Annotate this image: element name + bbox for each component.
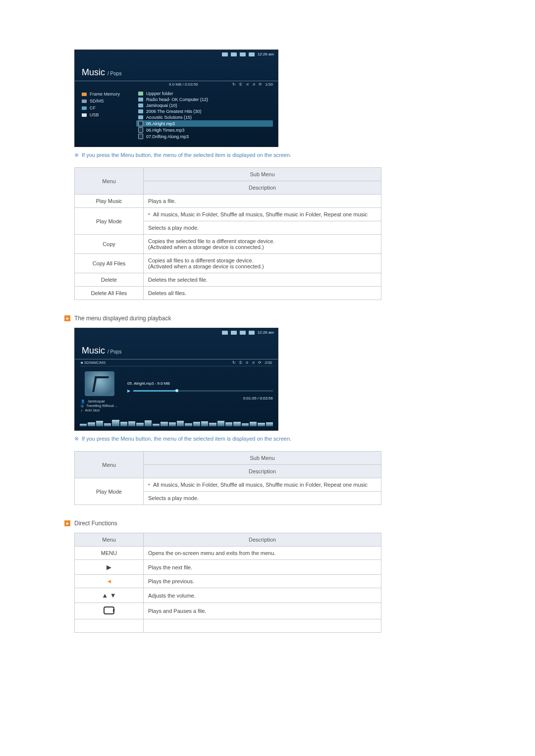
submenu-cell: •All musics, Music in Folder, Shuffle al… xyxy=(144,208,381,221)
info-bar: 9.0 MB / 0:03:56 ↻ ① ⤮ ⤮ ⟳ 1/30 xyxy=(75,81,278,88)
table-row: Play Music Plays a file. xyxy=(75,195,381,208)
track-metadata: 👤Jamiroquai ◎Travelling Without ... ♪Aci… xyxy=(80,399,119,412)
empty-cell xyxy=(144,619,381,633)
nav-label: SD/MS xyxy=(90,99,104,103)
device-screenshot-playback: 12:26 am Music / Pops ■ SD/MMC/MS ↻ ① ⤮ … xyxy=(74,328,278,431)
table-row: Copy All Files Copies all files to a dif… xyxy=(75,254,381,273)
list-item-upper-folder[interactable]: Uppper folder xyxy=(136,91,273,97)
list-item-folder[interactable]: Radio head- OK Computer (12) xyxy=(136,97,273,102)
playback-panel: 05. Alright.mp3 - 9.0 MB ▶ 0:01:05 / 0:0… xyxy=(127,371,273,401)
status-icon xyxy=(249,52,255,56)
list-item-track[interactable]: 06.High Times.mp3 xyxy=(136,127,273,133)
seek-handle[interactable] xyxy=(175,389,178,392)
table-row: Play Mode •All musics, Music in Folder, … xyxy=(75,478,381,492)
menu-cell: Play Mode xyxy=(75,478,144,505)
menu-cell: Play Music xyxy=(75,195,144,208)
direct-functions-table: Menu Description MENU Opens the on-scree… xyxy=(74,533,381,633)
desc-cell: Deletes all files. xyxy=(144,287,381,300)
file-info: 9.0 MB / 0:03:56 xyxy=(169,82,198,87)
list-item-folder[interactable]: Acoustic Solutions (15) xyxy=(136,114,273,120)
track-counter: 1/30 xyxy=(265,82,273,87)
desc-cell: Plays a file. xyxy=(144,195,381,208)
menu-cell: Delete xyxy=(75,273,144,287)
artist-icon: 👤 xyxy=(81,399,85,403)
col-description: Description xyxy=(144,533,381,547)
nav-item-cf[interactable]: CF xyxy=(82,104,136,111)
list-item-folder[interactable]: Jamiroquai (10) xyxy=(136,102,273,108)
album-icon: ◎ xyxy=(81,403,84,408)
list-label: 2006 The Greatest Hits (30) xyxy=(146,109,201,114)
list-item-folder[interactable]: 2006 The Greatest Hits (30) xyxy=(136,108,273,114)
equalizer-visualizer xyxy=(80,418,273,426)
usb-icon xyxy=(82,113,87,117)
bullet-icon: • xyxy=(148,211,153,217)
submenu-text: All musics, Music in Folder, Shuffle all… xyxy=(153,211,368,217)
status-time: 12:26 am xyxy=(258,330,274,335)
col-menu: Menu xyxy=(75,452,144,478)
play-pause-loop-icon xyxy=(75,603,144,619)
status-bar: 12:26 am xyxy=(75,50,278,57)
meta-album: Travelling Without ... xyxy=(86,403,118,408)
menu-table-playback: Menu Sub Menu Description Play Mode •All… xyxy=(74,451,381,505)
list-label: Uppper folder xyxy=(146,91,173,96)
next-icon: ▶ xyxy=(75,560,144,575)
source-label: SD/MMC/MS xyxy=(84,360,106,365)
playmode-icons: ↻ ① ⤮ ⤮ ⟳ 1/30 xyxy=(230,82,273,87)
folder-icon xyxy=(138,103,143,107)
status-time: 12:26 am xyxy=(258,52,274,56)
nav-item-usb[interactable]: USB xyxy=(82,111,136,118)
repeat-icon: ↻ xyxy=(232,82,236,87)
empty-cell xyxy=(75,619,144,633)
table-row: Copy Copies the selected file to a diffe… xyxy=(75,235,381,254)
col-submenu: Sub Menu xyxy=(144,168,381,181)
desc-cell: Selects a play mode. xyxy=(144,221,381,235)
table-row xyxy=(75,619,381,633)
list-item-track[interactable]: 07.Drifting Along.mp3 xyxy=(136,133,273,140)
shuffle-icon: ⤮ xyxy=(252,82,256,87)
file-list: Uppper folder Radio head- OK Computer (1… xyxy=(136,91,273,140)
status-icon xyxy=(240,331,246,335)
table-row: Delete Deletes the selected file. xyxy=(75,273,381,287)
loop-icon: ⟳ xyxy=(258,360,262,365)
device-screenshot-browser: 12:26 am Music / Pops 9.0 MB / 0:03:56 ↻… xyxy=(74,50,278,147)
col-description: Description xyxy=(144,181,381,195)
desc-cell: Plays the next file. xyxy=(144,560,381,575)
table-row: ▶ Plays the next file. xyxy=(75,560,381,575)
col-menu: Menu xyxy=(75,168,144,195)
table-row: MENU Opens the on-screen menu and exits … xyxy=(75,547,381,560)
col-menu: Menu xyxy=(75,533,144,547)
hint-text: If you press the Menu button, the menu o… xyxy=(82,152,291,158)
meta-artist: Jamiroquai xyxy=(88,399,105,403)
folder-icon xyxy=(138,98,143,101)
col-submenu: Sub Menu xyxy=(144,452,381,465)
play-icon: ▶ xyxy=(127,389,130,393)
seek-bar[interactable] xyxy=(133,390,273,392)
folder-icon xyxy=(138,115,143,119)
folder-up-icon xyxy=(138,92,143,96)
loop-icon xyxy=(104,606,114,614)
nav-item-frame-memory[interactable]: Frame Memory xyxy=(82,91,136,98)
list-item-selected[interactable]: 05.Alright.mp3 xyxy=(136,120,273,127)
playback-top-bar: ■ SD/MMC/MS ↻ ① ⤮ ⤮ ⟳ 2/30 xyxy=(80,359,273,366)
note-marker-icon: ※ xyxy=(74,436,79,442)
desc-cell: Plays the previous. xyxy=(144,575,381,588)
section-title: The menu displayed during playback xyxy=(74,315,171,322)
section-header-direct-functions: ▸ Direct Functions xyxy=(64,520,471,527)
list-label: Acoustic Solutions (15) xyxy=(146,115,192,120)
nav-label: CF xyxy=(90,105,96,110)
seek-fill xyxy=(133,390,175,392)
menu-cell: Play Mode xyxy=(75,208,144,235)
title-main: Music xyxy=(82,346,105,355)
desc-cell: Copies all files to a different storage … xyxy=(144,254,381,273)
nav-item-sd-ms[interactable]: SD/MS xyxy=(82,98,136,104)
sd-icon xyxy=(82,100,87,103)
desc-cell: Adjusts the volume. xyxy=(144,588,381,603)
shuffle-icon: ⤮ xyxy=(252,360,255,365)
desc-cell: Deletes the selected file. xyxy=(144,273,381,287)
list-label: Jamiroquai (10) xyxy=(146,103,177,108)
section-square-icon: ▸ xyxy=(64,520,70,526)
table-row: ◀ Plays the previous. xyxy=(75,575,381,588)
screen-title: Music / Pops xyxy=(75,57,278,81)
loop-icon: ⟳ xyxy=(259,82,262,87)
track-name: 05. Alright.mp3 - 9.0 MB xyxy=(127,381,273,386)
